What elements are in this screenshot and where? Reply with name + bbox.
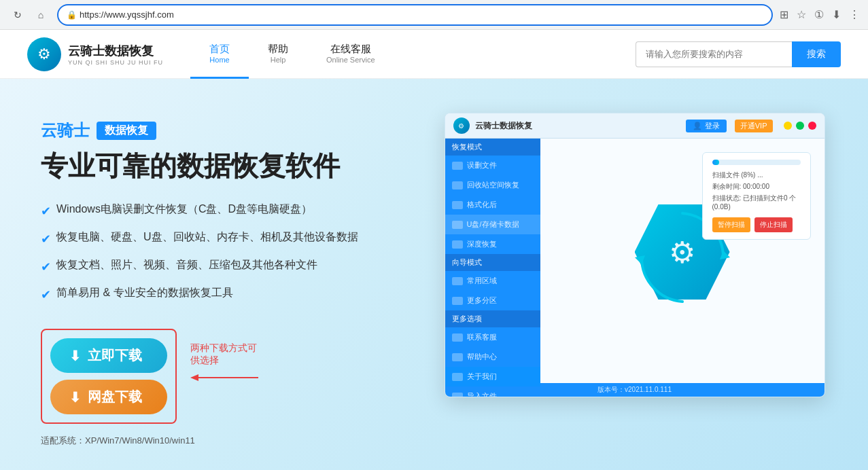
- nav-service-zh: 在线客服: [330, 43, 371, 56]
- check-icon-4: ✔: [41, 286, 51, 304]
- sidebar-item-common[interactable]: 常用区域: [445, 271, 540, 291]
- app-logo-small: ⚙: [453, 118, 470, 134]
- close-button[interactable]: [808, 122, 816, 130]
- sidebar-deep-label: 深度恢复: [467, 239, 497, 249]
- sidebar-item-recycle[interactable]: 回收站空间恢复: [445, 175, 540, 195]
- app-sidebar: 恢复模式 误删文件 回收站空间恢复 格式化后: [445, 139, 540, 383]
- minimize-button[interactable]: [784, 122, 792, 130]
- user-icon: 👤: [693, 122, 702, 130]
- sidebar-format-label: 格式化后: [467, 200, 497, 210]
- scan-buttons: 暂停扫描 停止扫描: [712, 217, 801, 232]
- app-window: ⚙ 云骑士数据恢复 👤 登录 开通VIP 恢复模式: [445, 113, 825, 397]
- search-input[interactable]: [636, 41, 792, 67]
- time-label: 剩余时间: 00:00:00: [712, 182, 801, 192]
- hero-section: 云骑士 数据恢复 专业可靠的数据恢复软件 ✔ Windows电脑误删文件恢复（C…: [0, 79, 868, 470]
- sidebar-item-deleted[interactable]: 误删文件: [445, 156, 540, 175]
- logo-icon: ⚙: [27, 37, 61, 71]
- compat-text: 适配系统：XP/Win7/Win8/Win10/win11: [41, 435, 415, 447]
- address-bar[interactable]: 🔒: [57, 4, 773, 26]
- deleted-icon: [452, 162, 463, 170]
- logo-main-text: 云骑士数据恢复: [68, 43, 163, 59]
- download-icon[interactable]: ⬇: [832, 8, 841, 21]
- progress-label: 扫描文件 (8%) ...: [712, 170, 801, 180]
- feature-text-4: 简单易用 & 专业安全的数据恢复工具: [56, 285, 233, 301]
- download-annot-arrow: [190, 371, 265, 384]
- nav-item-home[interactable]: 首页 Home: [190, 30, 249, 79]
- scan-progress-area: 扫描文件 (8%) ... 剩余时间: 00:00:00 扫描状态: 已扫描到文…: [702, 152, 811, 240]
- wizard-mode-label: 向导模式: [452, 257, 482, 268]
- svg-marker-4: [720, 251, 730, 259]
- sidebar-common-label: 常用区域: [467, 276, 497, 286]
- pause-scan-button[interactable]: 暂停扫描: [712, 217, 750, 232]
- sidebar-section-recovery: 恢复模式: [445, 139, 540, 156]
- download-section: ⬇ 立即下载 ⬇ 网盘下载 两种下载方式可供选择: [41, 329, 177, 424]
- download-box: ⬇ 立即下载 ⬇ 网盘下载: [41, 329, 177, 424]
- app-login-button[interactable]: 👤 登录: [686, 120, 727, 132]
- recovery-mode-label: 恢复模式: [452, 142, 482, 152]
- more-icon[interactable]: ⋮: [849, 8, 860, 21]
- nav-help-zh: 帮助: [268, 43, 288, 56]
- contact-icon: [452, 333, 463, 342]
- check-icon-2: ✔: [41, 230, 51, 249]
- browser-chrome: ↻ ⌂ 🔒 认准官方网站 ⊞ ☆ ① ⬇ ⋮: [0, 0, 868, 30]
- hero-tagline: 云骑士 数据恢复: [41, 120, 415, 141]
- maximize-button[interactable]: [796, 122, 804, 130]
- download-primary-button[interactable]: ⬇ 立即下载: [50, 338, 167, 373]
- feature-item-4: ✔ 简单易用 & 专业安全的数据恢复工具: [41, 285, 415, 304]
- nav-item-help[interactable]: 帮助 Help: [249, 30, 307, 79]
- url-input[interactable]: [80, 10, 763, 20]
- extensions-icon[interactable]: ⊞: [780, 8, 788, 21]
- morepartitions-icon: [452, 297, 463, 305]
- hero-left: 云骑士 数据恢复 专业可靠的数据恢复软件 ✔ Windows电脑误删文件恢复（C…: [41, 113, 415, 447]
- sidebar-item-morepartitions[interactable]: 更多分区: [445, 291, 540, 310]
- download-annotation: 两种下载方式可供选择: [190, 342, 265, 384]
- nav-menu: 首页 Home 帮助 Help 在线客服 Online Service: [190, 30, 394, 79]
- scanned-label: 扫描状态: 已扫描到文件0 个 (0.0B): [712, 194, 801, 211]
- nav-item-service[interactable]: 在线客服 Online Service: [307, 30, 394, 79]
- feature-item-1: ✔ Windows电脑误删文件恢复（C盘、D盘等电脑硬盘）: [41, 201, 415, 221]
- sidebar-item-helpcenter[interactable]: 帮助中心: [445, 347, 540, 367]
- sidebar-section-wizard: 向导模式: [445, 254, 540, 271]
- logo-text-block: 云骑士数据恢复 YUN QI SHI SHU JU HUI FU: [68, 43, 163, 66]
- hero-right: ⚙ 云骑士数据恢复 👤 登录 开通VIP 恢复模式: [442, 113, 827, 397]
- search-button[interactable]: 搜索: [792, 41, 841, 67]
- sidebar-more-label: 更多分区: [467, 295, 497, 306]
- hero-brand: 云骑士: [41, 120, 90, 141]
- download-primary-label: 立即下载: [88, 346, 142, 365]
- sidebar-about-label: 关于我们: [467, 372, 497, 382]
- import-icon: [452, 393, 463, 398]
- deep-icon: [452, 240, 463, 249]
- favorites-icon[interactable]: ☆: [797, 8, 806, 21]
- cloud-arrow-icon: ⬇: [69, 389, 81, 405]
- app-titlebar: ⚙ 云骑士数据恢复 👤 登录 开通VIP: [445, 113, 824, 139]
- app-main: ⚙: [540, 139, 824, 383]
- sidebar-udisk-label: U盘/存储卡数据: [467, 219, 519, 230]
- sidebar-item-about[interactable]: 关于我们: [445, 367, 540, 386]
- sidebar-item-import[interactable]: 导入文件: [445, 386, 540, 397]
- sidebar-item-udisk[interactable]: U盘/存储卡数据: [445, 215, 540, 234]
- app-win-controls: [784, 122, 816, 130]
- account-icon[interactable]: ①: [814, 8, 824, 21]
- hero-features: ✔ Windows电脑误删文件恢复（C盘、D盘等电脑硬盘） ✔ 恢复电脑、硬盘、…: [41, 201, 415, 304]
- nav-help-en: Help: [271, 56, 286, 64]
- download-annot-text: 两种下载方式可供选择: [190, 342, 265, 367]
- reload-button[interactable]: ↻: [8, 5, 27, 24]
- sidebar-recycle-label: 回收站空间恢复: [467, 180, 519, 190]
- stop-scan-button[interactable]: 停止扫描: [754, 217, 793, 232]
- sidebar-item-format[interactable]: 格式化后: [445, 195, 540, 215]
- nav-service-en: Online Service: [326, 56, 375, 64]
- nav-home-zh: 首页: [209, 43, 230, 56]
- download-cloud-button[interactable]: ⬇ 网盘下载: [50, 380, 167, 414]
- vip-button[interactable]: 开通VIP: [735, 120, 773, 132]
- sidebar-item-contact[interactable]: 联系客服: [445, 327, 540, 347]
- helpcenter-icon: [452, 353, 463, 361]
- sidebar-import-label: 导入文件: [467, 391, 497, 397]
- svg-marker-3: [190, 374, 198, 381]
- sidebar-item-deep[interactable]: 深度恢复: [445, 234, 540, 254]
- svg-marker-5: [635, 255, 645, 264]
- sidebar-contact-label: 联系客服: [467, 332, 497, 342]
- browser-nav-buttons: ↻ ⌂: [8, 5, 50, 24]
- nav-home-en: Home: [209, 56, 229, 64]
- home-button[interactable]: ⌂: [31, 5, 50, 24]
- download-cloud-label: 网盘下载: [88, 388, 142, 406]
